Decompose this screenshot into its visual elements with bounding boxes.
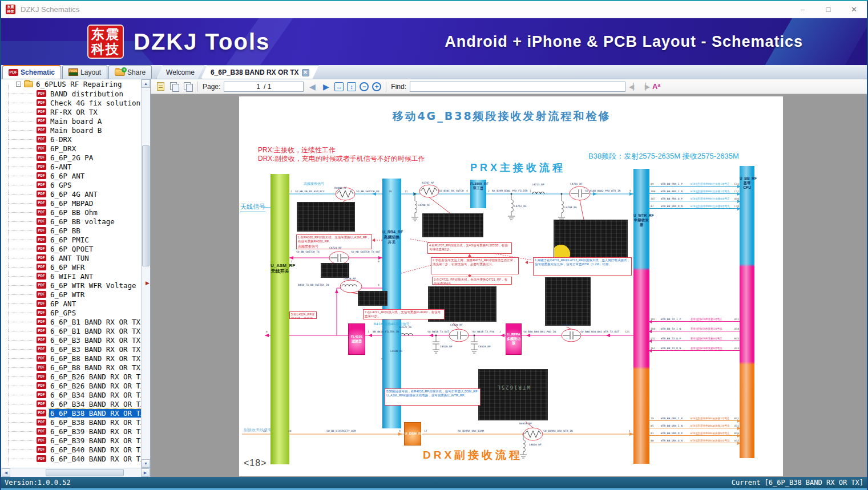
scroll-down-icon[interactable]: ▼ [142, 459, 150, 468]
pdf-icon: PDF [37, 127, 46, 133]
tree-item[interactable]: PDF 6_6P_B1 BAND RX OR TX Main [1, 326, 141, 335]
tree-item[interactable]: PDF 6_6P ANT [1, 171, 141, 180]
tab-share-label: Share [127, 68, 146, 76]
pdf-icon: PDF [37, 419, 46, 426]
tree-item[interactable]: PDF Main board A [1, 116, 141, 125]
splitter-collapse-icon[interactable]: ▶ [146, 280, 150, 286]
tree-item[interactable]: PDF 6_6P_B38 BAND RX OR TX Mai [1, 418, 141, 427]
fit-page-button[interactable]: ↕ [347, 82, 356, 91]
tree-item[interactable]: PDF 6_6P_B1 BAND RX OR TX [1, 317, 141, 326]
tree-item[interactable]: PDF 6_6P BB voltage [1, 217, 141, 226]
tree-item[interactable]: PDF Main board B [1, 125, 141, 135]
maximize-button[interactable]: □ [815, 1, 841, 18]
tab-close-icon[interactable]: ✕ [302, 69, 309, 76]
tree-item[interactable]: PDF 6_6P_B40 BAND RX OR TX Mai [1, 454, 141, 463]
pads-icon: PADS [68, 68, 78, 76]
file-tree-sidebar: - 6_6PLUS RF Repairing PDF BAND distribu… [1, 79, 151, 477]
fit-width-button[interactable]: ↔ [334, 82, 344, 91]
tree-item[interactable]: PDF 6_6P_B8 BAND RX OR TX Main [1, 363, 141, 372]
zoom-out-button[interactable]: − [360, 82, 369, 91]
tree-item-label: 6_6P ANT [49, 172, 86, 180]
doc-tab-welcome[interactable]: Welcome [156, 66, 204, 79]
pdf-icon: PDF [37, 437, 46, 444]
tree-item[interactable]: PDF 6P_GPS [1, 308, 141, 317]
tree-item[interactable]: PDF RF-RX OR TX [1, 107, 141, 116]
vertical-scroll-thumb[interactable] [142, 145, 150, 266]
wire-label: 18 [389, 190, 391, 193]
repair-annotation: B38频段信号弱，在R4838_RF焊假天线，信号正常查U_DSM_RF U_A… [385, 388, 481, 406]
tree-item[interactable]: PDF 6_6P_B39 BAND RX OR TX Mai [1, 436, 141, 445]
wire-label: 1 [368, 330, 369, 333]
tree-item[interactable]: PDF Check 4G fix solution [1, 98, 141, 107]
tab-schematic[interactable]: PDF Schematic [2, 65, 61, 79]
find-prev-icon[interactable]: ◀▏ [629, 83, 637, 91]
snapshot-button[interactable] [169, 82, 179, 92]
document-viewer[interactable]: 移动4G_B38频段接收发射流程和检修 PRX:主接收，连续性工作 DRX:副接… [151, 94, 867, 477]
folder-icon [24, 81, 33, 87]
tree-item[interactable]: PDF 6P_DRX [1, 144, 141, 153]
scroll-right-icon[interactable]: ▶ [141, 468, 150, 477]
pdf-icon: PDF [37, 300, 46, 307]
next-page-button[interactable]: ▶ [321, 82, 331, 92]
tree-item[interactable]: PDF 6_6P WTR [1, 290, 141, 299]
zoom-in-button[interactable]: + [372, 82, 381, 91]
doc-tab-current[interactable]: 6_6P_B38 BAND RX OR TX ✕ [201, 66, 319, 79]
tree-item[interactable]: PDF 6P ANT [1, 299, 141, 308]
tree-item[interactable]: PDF 6-ANT [1, 162, 141, 171]
pdf-icon: PDF [9, 69, 18, 76]
tree-item[interactable]: PDF 6_6P_B3 BAND RX OR TX [1, 335, 141, 345]
prev-page-button[interactable]: ◀ [307, 82, 317, 92]
copy-page-icon [170, 82, 178, 91]
page-number-input[interactable]: 1 / 1 [224, 82, 304, 92]
tree-item[interactable]: PDF 6_6P 4G ANT [1, 189, 141, 199]
match-case-icon[interactable]: Aª [652, 82, 660, 91]
tree-item-label: 6_6P_B1 BAND RX OR TX [49, 318, 141, 326]
tree-item[interactable]: PDF 6_6P WTR WFR Voltage [1, 281, 141, 290]
find-input[interactable] [410, 82, 625, 92]
tree-item[interactable]: PDF 6_6P BB [1, 226, 141, 235]
wire-label: 高频接收信号 [304, 181, 324, 187]
find-next-icon[interactable]: ▕▶ [641, 83, 649, 91]
tab-share[interactable]: + Share [108, 65, 152, 79]
tree-item[interactable]: PDF 6_6P PMIC [1, 235, 141, 244]
tree-item-label: Main board B [49, 126, 103, 135]
tree-item[interactable]: PDF 6_6P_B26 BAND RX OR TX [1, 372, 141, 381]
tree-item[interactable]: PDF 6_6P MBPAD [1, 199, 141, 208]
wire-label: 2 [290, 190, 292, 193]
tree-item-label: BAND distribution [49, 90, 124, 98]
tree-root-folder[interactable]: - 6_6PLUS RF Repairing [1, 79, 141, 89]
scroll-up-icon[interactable]: ▲ [142, 79, 150, 88]
tree-item[interactable]: PDF 6_6P_B34 BAND RX OR TX [1, 390, 141, 399]
tab-layout[interactable]: PADS Layout [62, 65, 107, 79]
tree-item[interactable]: PDF 6_6P_B3 BAND RX OR TX Main [1, 345, 141, 354]
pdf-icon: PDF [37, 391, 46, 398]
scroll-left-icon[interactable]: ◀ [2, 468, 10, 477]
tree-item[interactable]: PDF 6_6P_B40 BAND RX OR TX [1, 445, 141, 454]
tree-vertical-scrollbar[interactable]: ▲ ▼ [141, 79, 150, 468]
outline-button[interactable] [155, 82, 165, 92]
tree-item[interactable]: PDF 6 ANT TUN [1, 253, 141, 262]
horizontal-scroll-thumb[interactable] [46, 469, 124, 476]
tree-item[interactable]: PDF 6_6P_B39 BAND RX OR TX [1, 427, 141, 436]
close-button[interactable]: ✕ [841, 1, 867, 18]
tree-item[interactable]: PDF 6_6P_2G PA [1, 153, 141, 162]
tree-item[interactable]: PDF 6 GPS [1, 180, 141, 189]
tree-item[interactable]: PDF 6 WIFI ANT [1, 272, 141, 281]
wire-label: 9 [629, 189, 631, 192]
tree-item[interactable]: PDF 6-DRX [1, 135, 141, 144]
tree-item[interactable]: PDF 6_6P_B26 BAND RX OR TX Mai [1, 381, 141, 390]
tree-item[interactable]: PDF 6_6P_B34 BAND RX OR TX Mai [1, 399, 141, 408]
tree-item[interactable]: PDF 6_6P WFR [1, 262, 141, 272]
tree-item[interactable]: PDF BAND distribution [1, 89, 141, 98]
tree-item[interactable]: PDF 6_6P BB Ohm [1, 208, 141, 217]
wire-label: 17 [424, 430, 427, 432]
collapse-toggle-icon[interactable]: - [16, 82, 21, 87]
export-button[interactable] [183, 82, 193, 92]
tree-item[interactable]: PDF 6_6P QPOET [1, 244, 141, 253]
tree-item[interactable]: PDF 6_6P_B8 BAND RX OR TX [1, 354, 141, 363]
minimize-button[interactable]: – [790, 1, 815, 18]
tree-item-label: 6-ANT [49, 163, 73, 171]
tree-horizontal-scrollbar[interactable]: ◀ ▶ [1, 468, 150, 477]
tree-item[interactable]: PDF 6_6P_B38 BAND RX OR TX [1, 408, 141, 418]
pdf-icon: PDF [37, 291, 46, 298]
